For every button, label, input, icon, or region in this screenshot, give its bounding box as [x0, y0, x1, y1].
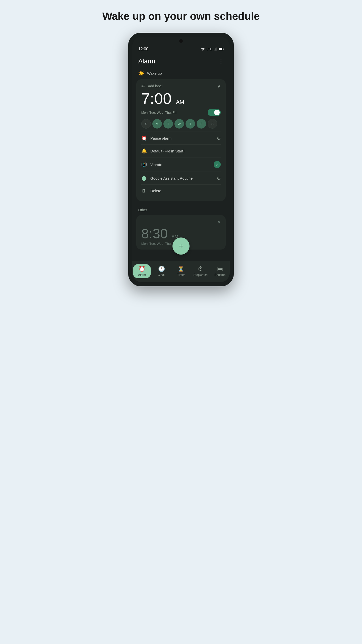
wake-up-text: Wake up [147, 71, 162, 75]
pause-alarm-row[interactable]: ⏰ Pause alarm ⊕ [141, 132, 221, 144]
svg-rect-1 [214, 50, 214, 51]
add-label-text: Add label [148, 84, 162, 88]
svg-rect-4 [216, 48, 217, 51]
status-icons: LTE [201, 47, 224, 51]
pause-alarm-icon: ⏰ [141, 135, 147, 141]
svg-point-0 [203, 50, 203, 51]
svg-rect-3 [216, 48, 216, 51]
svg-rect-6 [223, 49, 223, 50]
app-header: Alarm ⋮ [132, 53, 230, 68]
vibrate-row[interactable]: 📳 Vibrate ✓ [141, 157, 221, 172]
alarm-card-1: 🏷 Add label ∧ 7:00 AM Mon, Tue, Wed, Thu… [136, 79, 226, 201]
ringtone-icon: 🔔 [141, 148, 147, 154]
pause-alarm-label: Pause alarm [150, 136, 213, 140]
clock-nav-label: Clock [158, 273, 165, 277]
nav-item-clock[interactable]: 🕐 Clock [152, 266, 171, 277]
timer-nav-label: Timer [177, 273, 185, 277]
phone-screen: 12:00 LTE [132, 37, 230, 282]
alarm-nav-icon: ⏰ [139, 266, 145, 272]
day-thu[interactable]: T [186, 119, 195, 129]
nav-item-stopwatch[interactable]: ⏱ Stopwatch [191, 266, 210, 277]
status-bar: 12:00 LTE [132, 43, 230, 53]
vibrate-icon: 📳 [141, 162, 147, 167]
nav-alarm-pill: ⏰ Alarm [133, 264, 151, 278]
delete-row[interactable]: 🗑 Delete [141, 184, 221, 197]
alarm-card-1-header: 🏷 Add label ∧ [141, 83, 221, 89]
ringtone-label: Default (Fresh Start) [150, 149, 221, 153]
add-label-row[interactable]: 🏷 Add label [141, 84, 162, 88]
wake-up-section-label: ☀️ Wake up [136, 68, 226, 79]
alarm-1-ampm: AM [176, 99, 184, 105]
vibrate-check: ✓ [214, 161, 221, 168]
alarm-options: ⏰ Pause alarm ⊕ 🔔 Default (Fresh Start) … [141, 132, 221, 197]
delete-label: Delete [150, 189, 221, 193]
expand-alarm-2-button[interactable]: ∨ [217, 219, 221, 225]
google-assistant-icon: ⬤ [141, 175, 147, 181]
more-options-button[interactable]: ⋮ [218, 58, 224, 65]
ringtone-row[interactable]: 🔔 Default (Fresh Start) [141, 144, 221, 157]
page-title: Wake up on your own schedule [102, 10, 260, 23]
alarm-card-2-header: ∨ [141, 219, 221, 225]
alarm-nav-label: Alarm [138, 273, 146, 277]
alarm-1-toggle[interactable] [208, 109, 221, 116]
timer-nav-icon: ⏳ [177, 266, 184, 272]
alarm-card-2: ∨ 8:30 AM Mon, Tue, Wed, Thu, Fri + [136, 215, 226, 250]
bottom-nav: ⏰ Alarm 🕐 Clock ⏳ Timer ⏱ Stopwatch 🛏 Be… [132, 261, 230, 282]
pause-alarm-add-button[interactable]: ⊕ [217, 135, 221, 141]
bedtime-nav-icon: 🛏 [217, 266, 223, 272]
phone-frame: 12:00 LTE [128, 33, 234, 286]
other-section-label: Other [136, 206, 226, 215]
day-fri[interactable]: F [197, 119, 206, 129]
delete-icon: 🗑 [141, 188, 147, 193]
vibrate-label: Vibrate [150, 163, 210, 167]
nav-item-bedtime[interactable]: 🛏 Bedtime [210, 266, 230, 277]
collapse-button[interactable]: ∧ [217, 83, 221, 89]
day-tue[interactable]: T [163, 119, 173, 129]
day-sun[interactable]: S [141, 119, 151, 129]
wifi-icon [201, 47, 205, 51]
lte-label: LTE [206, 47, 212, 51]
alarm-1-time[interactable]: 7:00 AM [141, 91, 221, 106]
day-mon[interactable]: M [152, 119, 162, 129]
google-assistant-add-button[interactable]: ⊕ [217, 175, 221, 181]
phone-top-bar [132, 37, 230, 43]
status-time: 12:00 [138, 47, 148, 51]
day-circles: S M T W T F S [141, 119, 221, 129]
google-assistant-row[interactable]: ⬤ Google Assistant Routine ⊕ [141, 172, 221, 184]
app-title: Alarm [138, 57, 155, 65]
google-assistant-label: Google Assistant Routine [150, 176, 213, 180]
sunrise-icon: ☀️ [138, 70, 145, 76]
day-sat[interactable]: S [208, 119, 217, 129]
alarm-2-time-value: 8:30 [141, 226, 168, 241]
svg-rect-2 [215, 49, 215, 51]
stopwatch-nav-label: Stopwatch [194, 273, 208, 277]
stopwatch-nav-icon: ⏱ [198, 266, 203, 272]
alarm-1-time-value: 7:00 [141, 90, 172, 107]
screen-content: ☀️ Wake up 🏷 Add label ∧ 7:00 AM Mon [132, 68, 230, 254]
bedtime-nav-label: Bedtime [214, 273, 225, 277]
alarm-1-days-text: Mon, Tue, Wed, Thu, Fri [141, 111, 176, 114]
label-icon: 🏷 [141, 84, 145, 88]
toggle-knob [214, 110, 220, 115]
clock-nav-icon: 🕐 [158, 266, 165, 272]
battery-icon [219, 48, 224, 51]
svg-rect-7 [219, 48, 222, 50]
signal-icon [214, 47, 217, 51]
alarm-1-days-row: Mon, Tue, Wed, Thu, Fri [141, 109, 221, 116]
add-alarm-fab[interactable]: + [172, 237, 190, 255]
day-wed[interactable]: W [174, 119, 184, 129]
camera-hole [179, 39, 183, 43]
nav-item-timer[interactable]: ⏳ Timer [171, 266, 191, 277]
nav-item-alarm[interactable]: ⏰ Alarm [132, 264, 152, 278]
